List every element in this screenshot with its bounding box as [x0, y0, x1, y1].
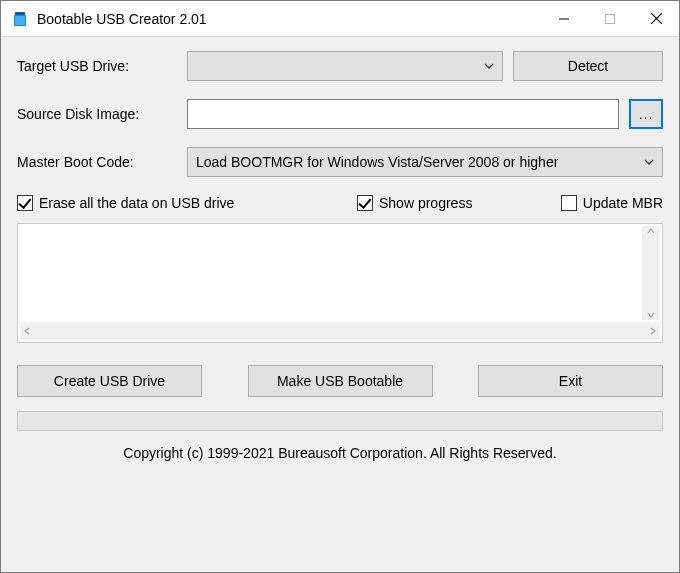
- minimize-button[interactable]: [541, 1, 587, 36]
- scroll-left-icon: [24, 327, 30, 335]
- master-boot-row: Master Boot Code: Load BOOTMGR for Windo…: [17, 147, 663, 177]
- chevron-down-icon: [644, 159, 654, 165]
- titlebar: Bootable USB Creator 2.01: [1, 1, 679, 37]
- scroll-down-icon: [647, 312, 655, 318]
- master-boot-value: Load BOOTMGR for Windows Vista/Server 20…: [196, 154, 644, 170]
- checkbox-icon: [561, 195, 577, 211]
- svg-rect-2: [15, 16, 25, 25]
- log-content[interactable]: [20, 226, 642, 320]
- app-window: Bootable USB Creator 2.01 Target USB Dri…: [0, 0, 680, 573]
- horizontal-scrollbar[interactable]: [20, 322, 660, 340]
- vertical-scrollbar[interactable]: [642, 226, 660, 320]
- show-progress-label: Show progress: [379, 195, 472, 211]
- chevron-down-icon: [484, 63, 494, 69]
- svg-rect-0: [15, 12, 25, 15]
- target-drive-row: Target USB Drive: Detect: [17, 51, 663, 81]
- update-mbr-checkbox[interactable]: Update MBR: [561, 195, 663, 211]
- erase-checkbox[interactable]: Erase all the data on USB drive: [17, 195, 357, 211]
- target-drive-combo[interactable]: [187, 51, 503, 81]
- erase-label: Erase all the data on USB drive: [39, 195, 234, 211]
- target-drive-label: Target USB Drive:: [17, 58, 187, 74]
- action-buttons: Create USB Drive Make USB Bootable Exit: [17, 365, 663, 397]
- exit-button[interactable]: Exit: [478, 365, 663, 397]
- update-mbr-label: Update MBR: [583, 195, 663, 211]
- browse-button[interactable]: ...: [629, 99, 663, 129]
- log-area: [17, 223, 663, 343]
- close-button[interactable]: [633, 1, 679, 36]
- copyright-footer: Copyright (c) 1999-2021 Bureausoft Corpo…: [17, 431, 663, 467]
- maximize-button: [587, 1, 633, 36]
- window-title: Bootable USB Creator 2.01: [37, 11, 541, 27]
- source-image-row: Source Disk Image: ...: [17, 99, 663, 129]
- detect-button[interactable]: Detect: [513, 51, 663, 81]
- checkbox-row: Erase all the data on USB drive Show pro…: [17, 195, 663, 211]
- app-icon: [11, 10, 29, 28]
- svg-rect-4: [606, 14, 615, 23]
- master-boot-dropdown[interactable]: Load BOOTMGR for Windows Vista/Server 20…: [187, 147, 663, 177]
- source-image-label: Source Disk Image:: [17, 106, 187, 122]
- checkbox-icon: [357, 195, 373, 211]
- scroll-up-icon: [647, 228, 655, 234]
- create-usb-button[interactable]: Create USB Drive: [17, 365, 202, 397]
- make-bootable-button[interactable]: Make USB Bootable: [248, 365, 433, 397]
- client-area: Target USB Drive: Detect Source Disk Ima…: [1, 37, 679, 572]
- show-progress-checkbox[interactable]: Show progress: [357, 195, 547, 211]
- scroll-right-icon: [650, 327, 656, 335]
- window-controls: [541, 1, 679, 36]
- master-boot-label: Master Boot Code:: [17, 154, 187, 170]
- progress-bar: [17, 411, 663, 431]
- source-image-input[interactable]: [187, 99, 619, 129]
- checkbox-icon: [17, 195, 33, 211]
